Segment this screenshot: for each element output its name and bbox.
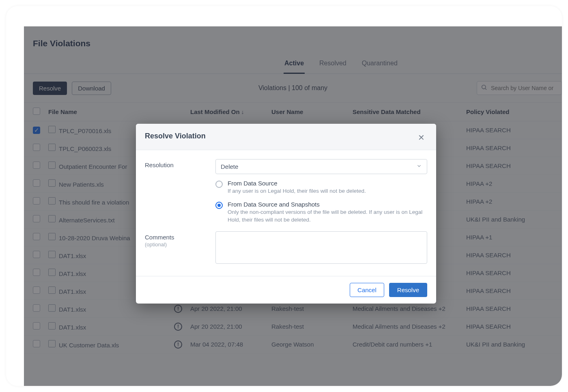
resolution-select[interactable]: Delete — [215, 159, 427, 174]
chevron-down-icon — [416, 163, 422, 170]
comments-textarea[interactable] — [215, 231, 427, 264]
modal-title: Resolve Violation — [145, 132, 206, 140]
close-icon[interactable]: ✕ — [415, 132, 427, 143]
opt1-desc: If any user is on Legal Hold, their file… — [228, 187, 366, 195]
comments-optional: (optional) — [145, 241, 206, 248]
opt2-desc: Only the non-compliant versions of the f… — [228, 209, 427, 224]
opt1-title: From Data Source — [228, 180, 366, 187]
radio-from-data-source[interactable] — [215, 181, 223, 188]
resolution-value: Delete — [221, 163, 238, 170]
resolve-violation-modal: Resolve Violation ✕ Resolution Delete — [136, 124, 436, 304]
opt2-title: From Data Source and Snapshots — [228, 201, 427, 208]
resolve-submit-button[interactable]: Resolve — [389, 283, 427, 297]
cancel-button[interactable]: Cancel — [350, 283, 384, 297]
comments-label: Comments — [145, 234, 174, 241]
radio-from-data-source-and-snapshots[interactable] — [215, 202, 223, 209]
resolution-label: Resolution — [145, 159, 206, 224]
